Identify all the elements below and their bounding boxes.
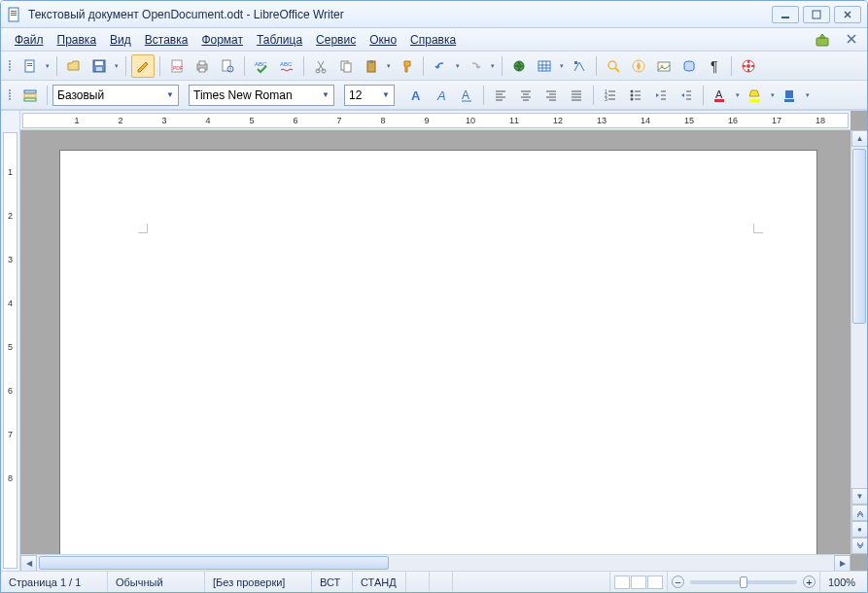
background-color-button[interactable] bbox=[779, 84, 802, 107]
undo-button[interactable] bbox=[429, 54, 452, 78]
open-button[interactable] bbox=[62, 54, 86, 78]
paste-button[interactable] bbox=[360, 54, 383, 78]
menu-table[interactable]: Таблица bbox=[251, 31, 308, 49]
menu-window[interactable]: Окно bbox=[364, 31, 402, 49]
vertical-ruler[interactable]: 12345678 bbox=[1, 111, 20, 571]
next-page-button[interactable] bbox=[851, 538, 867, 554]
edit-mode-button[interactable] bbox=[131, 54, 155, 78]
zoom-out-button[interactable]: − bbox=[672, 576, 684, 588]
insert-table-dropdown[interactable]: ▾ bbox=[558, 62, 566, 70]
status-modified[interactable] bbox=[406, 572, 430, 592]
scroll-thumb[interactable] bbox=[852, 149, 866, 324]
align-justify-button[interactable] bbox=[565, 84, 588, 107]
spellcheck-button[interactable]: ABC bbox=[250, 54, 273, 78]
new-document-dropdown[interactable]: ▾ bbox=[44, 62, 52, 70]
zoom-percent[interactable]: 100% bbox=[820, 572, 867, 592]
font-color-button[interactable]: A bbox=[709, 84, 732, 107]
close-button[interactable] bbox=[834, 6, 861, 23]
status-selection-mode[interactable]: СТАНД bbox=[353, 572, 406, 592]
menu-help[interactable]: Справка bbox=[404, 31, 462, 49]
menu-insert[interactable]: Вставка bbox=[139, 31, 194, 49]
toolbar-handle[interactable] bbox=[7, 89, 13, 100]
export-pdf-button[interactable]: PDF bbox=[165, 54, 189, 78]
multi-page-view-button[interactable] bbox=[631, 576, 646, 589]
horizontal-scrollbar[interactable]: ◀ ▶ bbox=[20, 554, 851, 571]
horizontal-ruler[interactable]: 123456789101112131415161718 bbox=[20, 111, 851, 130]
zoom-slider[interactable] bbox=[690, 580, 797, 584]
align-center-button[interactable] bbox=[514, 84, 538, 107]
scroll-left-button[interactable]: ◀ bbox=[20, 555, 37, 571]
highlight-dropdown[interactable]: ▾ bbox=[769, 91, 777, 99]
status-info[interactable] bbox=[453, 572, 610, 592]
highlight-button[interactable] bbox=[744, 84, 767, 107]
titlebar[interactable]: Текстовый документ OpenDocument.odt - Li… bbox=[1, 1, 867, 28]
paragraph-style-combo[interactable]: Базовый▼ bbox=[52, 85, 179, 106]
find-replace-button[interactable] bbox=[602, 54, 625, 78]
auto-spellcheck-button[interactable]: ABC bbox=[275, 54, 298, 78]
paste-dropdown[interactable]: ▾ bbox=[385, 62, 393, 70]
italic-button[interactable]: A bbox=[430, 84, 453, 107]
minimize-button[interactable] bbox=[772, 6, 799, 23]
format-paintbrush-button[interactable] bbox=[395, 54, 418, 78]
decrease-indent-button[interactable] bbox=[649, 84, 673, 107]
print-button[interactable] bbox=[191, 54, 214, 78]
document-viewport[interactable] bbox=[20, 130, 851, 554]
underline-button[interactable]: A bbox=[455, 84, 478, 107]
show-draw-functions-button[interactable] bbox=[568, 54, 591, 78]
scroll-right-button[interactable]: ▶ bbox=[834, 555, 851, 571]
book-view-button[interactable] bbox=[647, 576, 663, 589]
styles-button[interactable] bbox=[18, 84, 42, 107]
status-signature[interactable] bbox=[430, 572, 453, 592]
hyperlink-button[interactable] bbox=[507, 54, 531, 78]
nonprinting-chars-button[interactable]: ¶ bbox=[703, 54, 726, 78]
numbered-list-button[interactable]: 123 bbox=[599, 84, 622, 107]
status-page[interactable]: Страница 1 / 1 bbox=[1, 572, 108, 592]
navigation-button[interactable]: ● bbox=[851, 521, 867, 538]
scroll-down-button[interactable]: ▼ bbox=[851, 488, 867, 505]
vertical-scrollbar[interactable]: ▲ ▼ ● bbox=[851, 130, 867, 554]
svg-text:A: A bbox=[715, 88, 723, 100]
insert-table-button[interactable] bbox=[533, 54, 556, 78]
undo-dropdown[interactable]: ▾ bbox=[454, 62, 462, 70]
new-document-button[interactable] bbox=[18, 54, 42, 78]
gallery-button[interactable] bbox=[652, 54, 676, 78]
menu-tools[interactable]: Сервис bbox=[310, 31, 362, 49]
status-language[interactable]: [Без проверки] bbox=[205, 572, 312, 592]
cut-button[interactable] bbox=[309, 54, 332, 78]
save-dropdown[interactable]: ▾ bbox=[113, 62, 121, 70]
redo-button[interactable] bbox=[464, 54, 487, 78]
background-color-dropdown[interactable]: ▾ bbox=[804, 91, 812, 99]
bullet-list-button[interactable] bbox=[624, 84, 647, 107]
font-name-combo[interactable]: Times New Roman▼ bbox=[189, 85, 334, 106]
svg-text:ABC: ABC bbox=[280, 61, 293, 67]
menu-file[interactable]: Файл bbox=[9, 31, 50, 49]
zoom-in-button[interactable]: + bbox=[803, 576, 816, 588]
font-color-dropdown[interactable]: ▾ bbox=[734, 91, 742, 99]
close-document-button[interactable] bbox=[846, 33, 859, 47]
data-sources-button[interactable] bbox=[677, 54, 701, 78]
align-left-button[interactable] bbox=[489, 84, 512, 107]
menu-view[interactable]: Вид bbox=[104, 31, 137, 49]
copy-button[interactable] bbox=[334, 54, 358, 78]
menu-edit[interactable]: Правка bbox=[52, 31, 103, 49]
print-preview-button[interactable] bbox=[216, 54, 239, 78]
help-button[interactable] bbox=[737, 54, 760, 78]
bold-button[interactable]: A bbox=[404, 84, 428, 107]
document-page[interactable] bbox=[59, 150, 817, 554]
font-size-combo[interactable]: 12▼ bbox=[344, 85, 395, 106]
prev-page-button[interactable] bbox=[851, 505, 867, 521]
scroll-thumb[interactable] bbox=[39, 556, 389, 570]
redo-dropdown[interactable]: ▾ bbox=[489, 62, 497, 70]
scroll-up-button[interactable]: ▲ bbox=[851, 130, 867, 147]
align-right-button[interactable] bbox=[539, 84, 563, 107]
save-button[interactable] bbox=[87, 54, 111, 78]
toolbar-handle[interactable] bbox=[7, 60, 13, 71]
status-page-style[interactable]: Обычный bbox=[108, 572, 205, 592]
navigator-button[interactable] bbox=[627, 54, 650, 78]
menu-format[interactable]: Формат bbox=[195, 31, 249, 49]
single-page-view-button[interactable] bbox=[614, 576, 630, 589]
increase-indent-button[interactable] bbox=[675, 84, 698, 107]
status-insert-mode[interactable]: ВСТ bbox=[312, 572, 353, 592]
extension-update-icon[interactable] bbox=[815, 32, 830, 48]
maximize-button[interactable] bbox=[803, 6, 830, 23]
